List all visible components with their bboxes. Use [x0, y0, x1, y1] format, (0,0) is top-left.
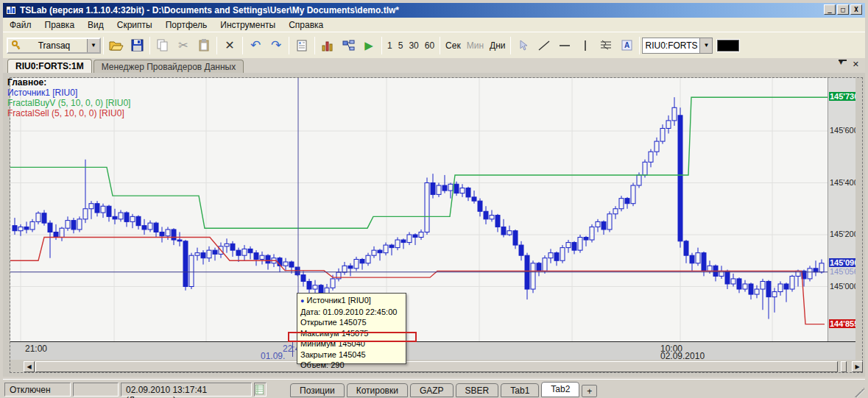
provider-label: Transaq: [21, 40, 87, 51]
workspace-tab-tab2[interactable]: Tab2: [541, 382, 579, 397]
vline-tool-button[interactable]: [576, 36, 595, 55]
timeframe-5-button[interactable]: 5: [395, 38, 406, 53]
time-label-left: 21:00: [25, 344, 47, 354]
title-bar[interactable]: TSLab (версия 1.1.10.4:32bit) - D:\Docum…: [3, 3, 865, 18]
redo-button[interactable]: ↷: [267, 36, 286, 55]
menu-portfolio[interactable]: Портфель: [159, 18, 214, 32]
copy-button[interactable]: [153, 36, 172, 55]
undo-icon: ↶: [250, 38, 261, 53]
workspace-tab-quotes[interactable]: Котировки: [347, 383, 408, 397]
scissors-icon: ✂: [178, 38, 188, 52]
instrument-combo[interactable]: RIU0:FORTS ▼: [642, 38, 713, 54]
unit-seconds-button[interactable]: Сек: [442, 38, 464, 53]
properties-icon: [297, 40, 307, 51]
legend-fractal-buy[interactable]: FractalBuyV (5, 10, 0, 0) [RIU0]: [7, 98, 130, 108]
price-axis-label: 145'056: [829, 267, 855, 276]
autohide-icon[interactable]: [839, 60, 847, 68]
scroll-left-arrow[interactable]: ◀: [24, 361, 35, 372]
run-button[interactable]: ▶: [359, 36, 378, 55]
chart-button[interactable]: [318, 36, 337, 55]
price-axis[interactable]: 145'730145'600145'400145'200145'090145'0…: [828, 78, 855, 341]
properties-button[interactable]: [292, 36, 311, 55]
menu-scripts[interactable]: Скрипты: [110, 18, 159, 32]
connection-status: Отключен: [4, 383, 71, 397]
close-button[interactable]: X: [850, 4, 862, 15]
workspace-tab-sber[interactable]: SBER: [456, 383, 499, 397]
date-label-right: 02.09.2010: [660, 351, 705, 361]
time-axis[interactable]: 21:00 22:4 01.09. 10:00 02.09.2010: [10, 342, 855, 360]
hline-tool-button[interactable]: [555, 36, 574, 55]
provider-combo[interactable]: Transaq ▼: [7, 38, 101, 54]
pointer-tool-button[interactable]: [514, 36, 533, 55]
key-icon: [11, 40, 21, 51]
maximize-button[interactable]: □: [837, 4, 849, 15]
paste-icon: [199, 39, 210, 51]
price-axis-label: 145'200: [829, 230, 855, 238]
menu-bar: Файл Правка Вид Скрипты Портфель Инструм…: [3, 18, 865, 32]
chart-plot-area[interactable]: [10, 78, 828, 341]
resize-grip[interactable]: [855, 388, 864, 397]
chart-legend: Главное: Источник1 [RIU0] FractalBuyV (5…: [7, 77, 130, 118]
menu-file[interactable]: Файл: [3, 18, 38, 32]
add-workspace-tab-button[interactable]: +: [582, 385, 597, 397]
app-icon: [6, 6, 16, 15]
tooltip-date: Дата: 01.09.2010 22:45:00: [300, 307, 403, 318]
svg-text:A: A: [624, 41, 629, 49]
paste-button[interactable]: [194, 36, 214, 55]
clock-status: 02.09.2010 13:17:41 (Локальное): [121, 383, 252, 397]
minimize-button[interactable]: _: [824, 4, 836, 15]
scrollbar-thumb-end[interactable]: [841, 361, 847, 372]
tooltip-title: Источник1 [RIU0]: [307, 296, 371, 305]
status-bar: Отключен 02.09.2010 13:17:41 (Локальное)…: [3, 379, 865, 398]
tab-data-provider-manager[interactable]: Менеджер Провайдеров Данных: [93, 60, 244, 73]
menu-edit[interactable]: Правка: [38, 18, 82, 32]
play-icon: ▶: [364, 39, 373, 52]
legend-title: Главное:: [7, 77, 130, 88]
tooltip-volume: Объем: 290: [300, 360, 403, 371]
unit-minutes-button[interactable]: Мин: [464, 38, 487, 53]
vertical-line-icon: [582, 40, 588, 51]
levels-tool-button[interactable]: [596, 36, 615, 55]
provider-dropdown-arrow[interactable]: ▼: [87, 39, 99, 52]
tab-chart[interactable]: RIU0:FORTS:1M: [7, 59, 92, 73]
trendline-tool-button[interactable]: [534, 36, 554, 55]
delete-button[interactable]: ✕: [220, 36, 239, 55]
status-cell-empty: [73, 383, 119, 397]
workspace-tabs: Позиции Котировки GAZP SBER Tab1 Tab2 +: [290, 381, 597, 397]
menu-help[interactable]: Справка: [282, 18, 330, 32]
crosshair-vertical-extension: [292, 341, 293, 357]
script-editor-button[interactable]: [339, 36, 358, 55]
window-title: TSLab (версия 1.1.10.4:32bit) - D:\Docum…: [20, 5, 399, 15]
legend-source[interactable]: Источник1 [RIU0]: [7, 88, 130, 98]
open-button[interactable]: [107, 36, 126, 55]
menu-tools[interactable]: Инструменты: [214, 18, 282, 32]
series-marker-icon: ●: [300, 297, 304, 305]
candlestick-chart[interactable]: [10, 78, 828, 341]
app-window: TSLab (версия 1.1.10.4:32bit) - D:\Docum…: [0, 0, 868, 398]
panel-close-icon[interactable]: ✕: [853, 60, 859, 69]
cut-button[interactable]: ✂: [174, 36, 193, 55]
horizontal-scrollbar[interactable]: ◀ ▶: [24, 361, 863, 372]
instrument-label: RIU0:FORTS: [643, 40, 699, 51]
workspace-tab-tab1[interactable]: Tab1: [501, 383, 539, 397]
timeframe-30-button[interactable]: 30: [406, 38, 421, 53]
tooltip-close: Закрытие 145045: [300, 349, 403, 360]
log-icon[interactable]: [254, 383, 267, 397]
text-tool-button[interactable]: A: [617, 36, 636, 55]
workspace-tab-positions[interactable]: Позиции: [290, 383, 345, 397]
workspace-tab-gazp[interactable]: GAZP: [410, 383, 454, 397]
price-axis-label: 145'400: [829, 178, 855, 187]
open-folder-icon: [109, 40, 124, 51]
menu-view[interactable]: Вид: [81, 18, 110, 32]
timeframe-1-button[interactable]: 1: [384, 38, 395, 53]
unit-days-button[interactable]: Дни: [487, 38, 508, 53]
scroll-right-arrow[interactable]: ▶: [852, 361, 863, 372]
save-button[interactable]: [127, 36, 147, 55]
instrument-dropdown-arrow[interactable]: ▼: [699, 38, 712, 53]
color-swatch[interactable]: [717, 40, 739, 51]
cursor-date-label: 01.09.: [261, 351, 285, 361]
legend-fractal-sell[interactable]: FractalSell (5, 10, 0, 0) [RIU0]: [7, 108, 130, 118]
scrollbar-thumb[interactable]: [35, 361, 838, 372]
timeframe-60-button[interactable]: 60: [422, 38, 437, 53]
undo-button[interactable]: ↶: [246, 36, 265, 55]
